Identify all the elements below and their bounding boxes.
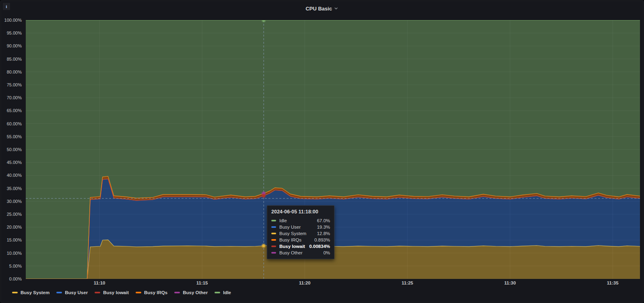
legend: Busy SystemBusy UserBusy IowaitBusy IRQs… xyxy=(12,290,231,295)
tooltip-series-value: 0% xyxy=(323,250,330,255)
legend-swatch-icon xyxy=(12,292,18,293)
legend-swatch-icon xyxy=(136,292,141,293)
tooltip-series-value: 0.893% xyxy=(314,237,330,242)
y-tick-label: 55.00% xyxy=(7,134,22,139)
x-tick-label: 11:20 xyxy=(299,280,311,285)
y-tick-label: 30.00% xyxy=(7,199,22,204)
y-tick-label: 75.00% xyxy=(7,82,22,87)
tooltip-series-value: 67.0% xyxy=(317,218,330,223)
panel-title-text: CPU Basic xyxy=(305,6,332,12)
tooltip-row-busy-irqs: Busy IRQs0.893% xyxy=(271,237,330,243)
tooltip-row-busy-iowait: Busy Iowait0.00834% xyxy=(271,243,330,250)
hover-marker xyxy=(262,194,265,197)
y-tick-label: 90.00% xyxy=(7,43,22,48)
tooltip-series-swatch-icon xyxy=(271,239,276,241)
tooltip-series-swatch-icon xyxy=(271,246,276,247)
legend-swatch-icon xyxy=(56,292,62,293)
y-tick-label: 0.00% xyxy=(9,276,22,281)
tooltip-series-swatch-icon xyxy=(271,226,276,228)
tooltip-row-idle: Idle67.0% xyxy=(271,217,330,224)
legend-swatch-icon xyxy=(95,292,100,293)
y-tick-label: 35.00% xyxy=(7,186,22,191)
x-tick-label: 11:30 xyxy=(504,280,516,285)
tooltip-series-swatch-icon xyxy=(271,252,276,254)
y-tick-label: 15.00% xyxy=(7,237,22,242)
tooltip-row-busy-user: Busy User19.3% xyxy=(271,224,330,230)
y-tick-label: 45.00% xyxy=(7,160,22,165)
y-tick-label: 5.00% xyxy=(9,264,22,268)
x-tick-label: 11:35 xyxy=(607,280,619,285)
legend-item-busy-other[interactable]: Busy Other xyxy=(174,290,208,295)
tooltip-row-busy-other: Busy Other0% xyxy=(271,250,330,256)
cpu-basic-panel: i CPU Basic 0.00%5.00%10.00%15.00%20.00%… xyxy=(0,0,644,303)
tooltip-series-name: Busy IRQs xyxy=(279,237,314,242)
tooltip-series-swatch-icon xyxy=(271,233,276,234)
legend-label: Busy System xyxy=(21,290,50,295)
y-tick-label: 40.00% xyxy=(7,173,22,178)
grafana-dashboard: i CPU Basic 0.00%5.00%10.00%15.00%20.00%… xyxy=(0,0,644,303)
tooltip-series-value: 12.8% xyxy=(317,231,330,236)
hover-marker xyxy=(262,244,265,247)
tooltip-series-name: Busy Other xyxy=(279,250,323,255)
panel-header[interactable]: CPU Basic xyxy=(1,1,643,16)
tooltip-series-swatch-icon xyxy=(271,220,276,221)
x-tick-label: 11:15 xyxy=(196,280,208,285)
legend-item-idle[interactable]: Idle xyxy=(215,290,231,295)
legend-swatch-icon xyxy=(215,292,220,293)
legend-item-busy-iowait[interactable]: Busy Iowait xyxy=(95,290,129,295)
legend-label: Busy User xyxy=(65,290,88,295)
tooltip-timestamp: 2024-06-05 11:18:00 xyxy=(271,209,330,215)
y-tick-label: 20.00% xyxy=(7,225,22,229)
legend-item-busy-system[interactable]: Busy System xyxy=(12,290,50,295)
legend-swatch-icon xyxy=(174,292,180,293)
y-tick-label: 60.00% xyxy=(7,121,22,126)
y-tick-label: 95.00% xyxy=(7,31,22,35)
legend-label: Busy Iowait xyxy=(103,290,129,295)
tooltip-series-name: Busy User xyxy=(279,225,317,229)
y-tick-label: 100.00% xyxy=(4,18,22,23)
y-tick-label: 10.00% xyxy=(7,251,22,256)
legend-item-busy-user[interactable]: Busy User xyxy=(56,290,88,295)
legend-label: Busy Other xyxy=(183,290,208,295)
y-tick-label: 85.00% xyxy=(7,57,22,61)
hover-tooltip: 2024-06-05 11:18:00 Idle67.0%Busy User19… xyxy=(267,205,334,259)
tooltip-series-value: 0.00834% xyxy=(309,244,330,249)
y-tick-label: 65.00% xyxy=(7,108,22,113)
legend-item-busy-irqs[interactable]: Busy IRQs xyxy=(136,290,167,295)
chevron-down-icon xyxy=(334,6,339,12)
x-tick-label: 11:25 xyxy=(402,280,413,285)
panel-title-menu[interactable]: CPU Basic xyxy=(305,5,339,12)
y-tick-label: 70.00% xyxy=(7,95,22,100)
tooltip-series-value: 19.3% xyxy=(317,225,330,229)
tooltip-series-name: Busy Iowait xyxy=(279,244,309,249)
tooltip-series-name: Idle xyxy=(279,218,317,223)
y-tick-label: 80.00% xyxy=(7,70,22,74)
legend-label: Idle xyxy=(223,290,231,295)
tooltip-row-busy-system: Busy System12.8% xyxy=(271,230,330,237)
x-tick-label: 11:10 xyxy=(94,280,105,285)
y-tick-label: 25.00% xyxy=(7,212,22,217)
tooltip-series-name: Busy System xyxy=(279,231,317,236)
legend-label: Busy IRQs xyxy=(144,290,167,295)
y-tick-label: 50.00% xyxy=(7,147,22,152)
